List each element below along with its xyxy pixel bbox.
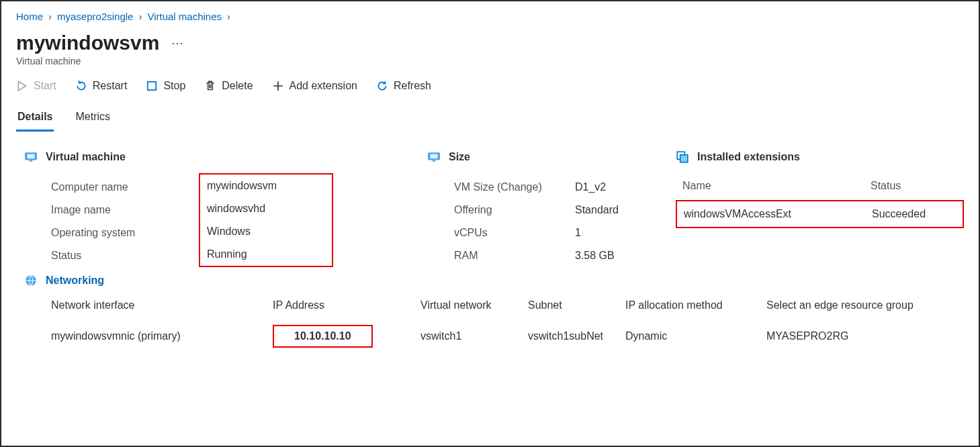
plus-icon <box>272 80 284 92</box>
highlight-extension-row: windowsVMAccessExt Succeeded <box>676 200 964 228</box>
svg-rect-9 <box>680 155 688 162</box>
section-header-vm: Virtual machine <box>24 150 400 164</box>
ext-header-status: Status <box>871 180 964 192</box>
net-row-nic: mywindowsvmnic (primary) <box>51 330 273 342</box>
page-subtitle: Virtual machine <box>16 56 964 66</box>
ext-header-name: Name <box>676 180 871 192</box>
svg-marker-0 <box>18 81 26 91</box>
section-title-extensions: Installed extensions <box>697 151 800 163</box>
add-extension-button[interactable]: Add extension <box>272 80 357 92</box>
svg-rect-4 <box>30 160 32 161</box>
value-image-name: windowsvhd <box>207 197 265 220</box>
section-title-networking[interactable]: Networking <box>46 275 104 287</box>
tab-metrics[interactable]: Metrics <box>74 107 112 132</box>
net-hdr-ip: IP Address <box>273 299 420 311</box>
delete-button[interactable]: Delete <box>204 80 253 92</box>
extensions-icon <box>676 150 689 164</box>
change-vm-size-link[interactable]: Change <box>500 181 538 193</box>
net-row-alloc: Dynamic <box>625 330 766 342</box>
chevron-right-icon: › <box>138 11 142 22</box>
value-vm-size: D1_v2 <box>575 176 606 199</box>
breadcrumb-level2[interactable]: Virtual machines <box>147 11 222 22</box>
net-row-edge-rg: MYASEPRO2RG <box>766 330 964 342</box>
add-extension-label: Add extension <box>289 80 357 92</box>
restart-label: Restart <box>93 80 128 92</box>
net-hdr-subnet: Subnet <box>528 299 625 311</box>
svg-rect-7 <box>433 160 435 161</box>
highlight-vm-values: mywindowsvm windowsvhd Windows Running <box>199 173 333 267</box>
net-row-ip: 10.10.10.10 <box>273 325 373 348</box>
value-ram: 3.58 GB <box>575 244 615 267</box>
label-status: Status <box>51 244 199 267</box>
ext-row-status: Succeeded <box>872 208 963 220</box>
net-hdr-nic: Network interface <box>51 299 273 311</box>
delete-label: Delete <box>222 80 253 92</box>
value-computer-name: mywindowsvm <box>207 175 277 197</box>
vm-icon <box>24 150 38 164</box>
net-row: mywindowsvmnic (primary) 10.10.10.10 vsw… <box>51 325 964 348</box>
value-status: Running <box>207 243 247 266</box>
net-row-vnet: vswitch1 <box>420 330 528 342</box>
more-actions-button[interactable]: ··· <box>171 36 183 50</box>
label-ram: RAM <box>454 244 575 267</box>
stop-button[interactable]: Stop <box>146 80 185 92</box>
label-image-name: Image name <box>51 199 199 221</box>
label-computer-name: Computer name <box>51 176 199 199</box>
breadcrumb: Home › myasepro2single › Virtual machine… <box>16 11 964 22</box>
value-vcpus: 1 <box>575 221 581 244</box>
label-offering: Offering <box>454 199 575 221</box>
toolbar: Start Restart Stop Delete Add extension <box>16 80 964 92</box>
section-title-size: Size <box>449 151 470 163</box>
svg-rect-6 <box>430 154 437 159</box>
restart-button[interactable]: Restart <box>75 80 128 92</box>
svg-rect-1 <box>148 82 156 90</box>
section-title-vm: Virtual machine <box>46 151 126 163</box>
section-header-networking[interactable]: Networking <box>24 274 964 287</box>
chevron-right-icon: › <box>227 11 230 22</box>
chevron-right-icon: › <box>48 11 52 22</box>
svg-rect-3 <box>27 154 34 159</box>
globe-icon <box>24 274 38 287</box>
page-title: mywindowsvm <box>16 32 159 54</box>
tab-bar: Details Metrics <box>16 107 964 132</box>
restart-icon <box>75 80 87 92</box>
label-os: Operating system <box>51 221 199 244</box>
breadcrumb-home[interactable]: Home <box>16 11 43 22</box>
stop-icon <box>146 80 158 92</box>
start-label: Start <box>34 80 56 92</box>
section-header-extensions: Installed extensions <box>676 150 964 164</box>
vm-icon <box>427 150 441 164</box>
play-icon <box>16 80 28 92</box>
value-offering: Standard <box>575 199 619 221</box>
refresh-label: Refresh <box>394 80 431 92</box>
section-header-size: Size <box>427 150 649 164</box>
stop-label: Stop <box>163 80 185 92</box>
tab-details[interactable]: Details <box>16 107 54 132</box>
net-hdr-alloc: IP allocation method <box>625 299 766 311</box>
net-hdr-edge-rg: Select an edge resource group <box>766 299 964 311</box>
ext-row-name: windowsVMAccessExt <box>677 208 872 220</box>
highlight-ip-cell: 10.10.10.10 <box>273 325 420 348</box>
refresh-button[interactable]: Refresh <box>376 80 431 92</box>
net-hdr-vnet: Virtual network <box>420 299 528 311</box>
trash-icon <box>204 80 216 92</box>
refresh-icon <box>376 80 388 92</box>
label-vm-size: VM Size (Change) <box>454 176 575 199</box>
net-row-subnet: vswitch1subNet <box>528 330 625 342</box>
start-button: Start <box>16 80 56 92</box>
breadcrumb-level1[interactable]: myasepro2single <box>57 11 133 22</box>
label-vcpus: vCPUs <box>454 221 575 244</box>
value-os: Windows <box>207 220 251 243</box>
